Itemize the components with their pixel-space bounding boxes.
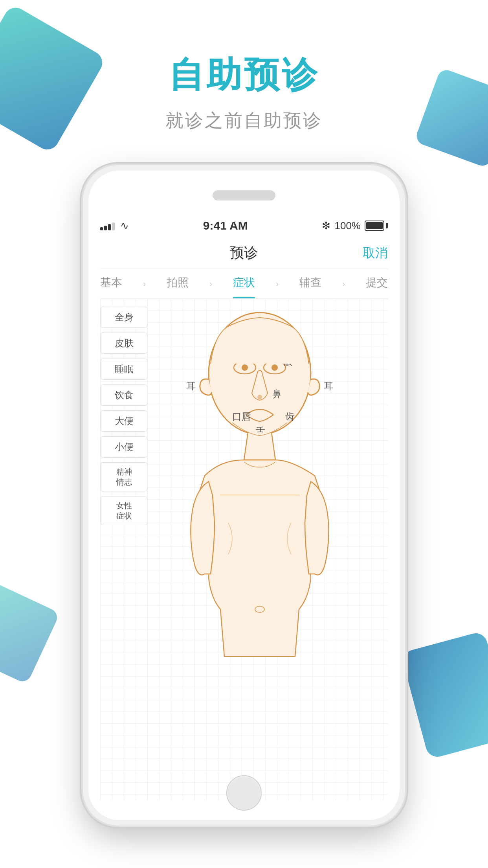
ear-left-label: 耳 (186, 381, 196, 391)
body-illustration: 耳 耳 眼 (132, 303, 388, 800)
bg-decoration-bottomright (401, 631, 488, 759)
page-title-area: 自助预诊 就诊之前自助预诊 (0, 51, 488, 133)
step-arrow-4: › (342, 279, 345, 289)
step-tabs: 基本 › 拍照 › 症状 › 辅查 › 提交 (100, 270, 388, 299)
battery-percent: 100% (334, 220, 361, 232)
status-right: ✻ 100% (322, 220, 388, 232)
sidebar-item-urine[interactable]: 小便 (100, 436, 147, 458)
sidebar-item-stool[interactable]: 大便 (100, 410, 147, 432)
step-symptoms[interactable]: 症状 (233, 270, 255, 298)
step-basic[interactable]: 基本 (100, 270, 122, 298)
tooth-label: 齿 (285, 411, 295, 422)
bg-decoration-bottomleft (0, 580, 60, 684)
phone-speaker (213, 190, 275, 200)
step-arrow-2: › (209, 279, 212, 289)
step-examination[interactable]: 辅查 (299, 270, 321, 298)
ear-right-label: 耳 (324, 381, 333, 391)
home-button[interactable] (226, 775, 262, 811)
sidebar-item-female[interactable]: 女性症状 (100, 496, 147, 525)
wifi-icon: ∿ (120, 220, 129, 232)
svg-point-4 (272, 364, 278, 371)
cancel-button[interactable]: 取消 (363, 245, 388, 262)
sidebar-item-sleep[interactable]: 睡眠 (100, 359, 147, 380)
phone-frame: ∿ 9:41 AM ✻ 100% 预诊 取消 (83, 165, 405, 826)
page-main-title: 自助预诊 (0, 51, 488, 99)
svg-point-3 (242, 364, 248, 371)
mouth-label: 口唇 (232, 411, 251, 422)
nav-title: 预诊 (230, 243, 258, 263)
step-arrow-1: › (143, 279, 146, 289)
svg-point-5 (257, 395, 262, 399)
status-time: 9:41 AM (203, 219, 248, 232)
status-bar: ∿ 9:41 AM ✻ 100% (100, 214, 388, 237)
nav-bar: 预诊 取消 (100, 237, 388, 269)
body-svg: 耳 耳 眼 (150, 303, 370, 755)
sidebar-item-whole-body[interactable]: 全身 (100, 307, 147, 328)
sidebar-item-mental[interactable]: 精神情志 (100, 462, 147, 491)
phone-screen: ∿ 9:41 AM ✻ 100% 预诊 取消 (88, 171, 400, 820)
sidebar-labels: 全身 皮肤 睡眠 饮食 大便 小便 精神情志 女性症状 (100, 307, 147, 525)
step-arrow-3: › (276, 279, 279, 289)
bluetooth-icon: ✻ (322, 220, 330, 232)
page-subtitle: 就诊之前自助预诊 (0, 108, 488, 133)
signal-icon (100, 221, 115, 230)
phone-device: ∿ 9:41 AM ✻ 100% 预诊 取消 (83, 165, 405, 826)
status-left: ∿ (100, 220, 129, 232)
step-photo[interactable]: 拍照 (167, 270, 189, 298)
nose-label: 鼻 (272, 388, 282, 399)
battery-icon (365, 221, 388, 231)
sidebar-item-skin[interactable]: 皮肤 (100, 333, 147, 354)
body-diagram-area: 全身 皮肤 睡眠 饮食 大便 小便 精神情志 女性症状 (100, 299, 388, 800)
sidebar-item-diet[interactable]: 饮食 (100, 384, 147, 406)
step-submit[interactable]: 提交 (366, 270, 388, 298)
